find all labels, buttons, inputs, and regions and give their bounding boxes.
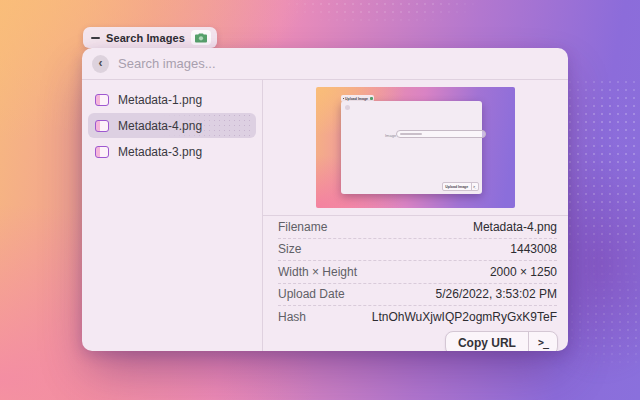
search-bar: ‹ Search images...	[82, 48, 568, 80]
terminal-icon-button[interactable]: >_	[529, 332, 557, 352]
metadata-label: Size	[278, 242, 301, 256]
halftone-dots-decoration	[560, 270, 640, 370]
metadata-row-size: Size 1443008	[278, 239, 557, 262]
file-name: Metadata-3.png	[118, 145, 202, 159]
back-button[interactable]: ‹	[92, 55, 109, 73]
image-preview-thumbnail[interactable]: Upload Image Image Upload Image >_	[316, 87, 515, 208]
preview-mini-window: Image Upload Image >_	[341, 101, 482, 194]
metadata-label: Filename	[278, 220, 327, 234]
mini-upload-button-label: Upload Image	[443, 185, 471, 189]
back-chevron-icon: ‹	[99, 57, 103, 69]
metadata-row-upload-date: Upload Date 5/26/2022, 3:53:02 PM	[278, 284, 557, 307]
image-file-icon	[95, 146, 109, 158]
metadata-label: Upload Date	[278, 287, 345, 301]
metadata-value: LtnOhWuXjwIQP2ogmRyGxK9TeF	[372, 310, 557, 324]
image-file-icon	[95, 94, 109, 106]
mini-back-button	[345, 105, 350, 110]
mini-input-field	[396, 130, 486, 138]
file-list-item-selected[interactable]: Metadata-4.png	[88, 113, 256, 138]
metadata-label: Hash	[278, 310, 306, 324]
mini-dash-icon	[343, 98, 344, 99]
search-input[interactable]: Search images...	[118, 56, 216, 71]
camera-icon	[195, 33, 207, 43]
metadata-row-dimensions: Width × Height 2000 × 1250	[278, 261, 557, 284]
mini-terminal-icon: >_	[471, 185, 478, 189]
detail-pane: Upload Image Image Upload Image >_	[263, 80, 568, 351]
image-file-icon	[95, 120, 109, 132]
minimize-dash-icon	[91, 37, 100, 39]
file-name: Metadata-1.png	[118, 93, 202, 107]
metadata-label: Width × Height	[278, 265, 357, 279]
metadata-value: 1443008	[510, 242, 557, 256]
metadata-value: 5/26/2022, 3:53:02 PM	[436, 287, 557, 301]
mini-upload-button: Upload Image >_	[442, 182, 479, 191]
metadata-table: Filename Metadata-4.png Size 1443008 Wid…	[263, 216, 568, 328]
mini-input-placeholder-bar	[400, 133, 422, 135]
mini-window-title: Upload Image	[345, 97, 368, 101]
camera-badge[interactable]	[191, 30, 211, 45]
mini-camera-icon	[370, 97, 373, 100]
copy-url-button-group: Copy URL >_	[445, 331, 558, 352]
metadata-row-hash: Hash LtnOhWuXjwIQP2ogmRyGxK9TeF	[278, 306, 557, 328]
file-list-item[interactable]: Metadata-3.png	[88, 139, 256, 164]
metadata-value: 2000 × 1250	[490, 265, 557, 279]
window-title: Search Images	[106, 32, 185, 44]
halftone-dots-decoration	[285, 0, 475, 24]
actions-bar: Copy URL >_	[263, 328, 568, 352]
search-images-window: ‹ Search images... Metadata-1.png Metada…	[82, 48, 568, 351]
file-name: Metadata-4.png	[118, 119, 202, 133]
copy-url-button[interactable]: Copy URL	[446, 332, 528, 352]
window-title-tab[interactable]: Search Images	[83, 27, 217, 48]
window-content: Metadata-1.png Metadata-4.png Metadata-3…	[82, 80, 568, 351]
metadata-value: Metadata-4.png	[473, 220, 557, 234]
metadata-row-filename: Filename Metadata-4.png	[278, 216, 557, 239]
file-list: Metadata-1.png Metadata-4.png Metadata-3…	[82, 80, 263, 351]
mini-form-label: Image	[385, 133, 396, 138]
preview-area: Upload Image Image Upload Image >_	[263, 80, 568, 216]
file-list-item[interactable]: Metadata-1.png	[88, 87, 256, 112]
